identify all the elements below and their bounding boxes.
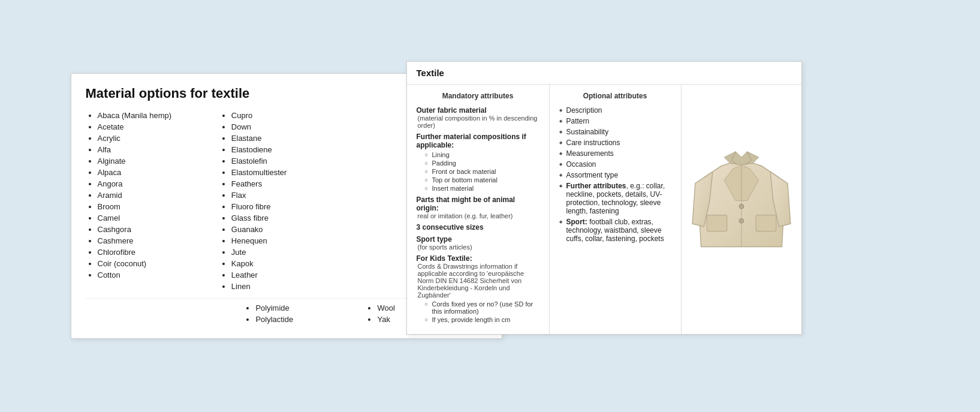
list-item: Alfa: [98, 145, 213, 154]
optional-item: Sustainability: [559, 128, 671, 136]
list-item: Elastodiene: [231, 145, 347, 154]
list-item: Cotton: [98, 270, 213, 279]
list-item: Abaca (Manila hemp): [98, 111, 213, 120]
mandatory-item: Parts that might be of animal origin:rea…: [417, 196, 539, 219]
list-item: Polylactide: [255, 315, 365, 324]
mandatory-item: 3 consecutive sizes: [417, 223, 539, 231]
list-item: Cashmere: [98, 236, 213, 245]
list-item: Cords fixed yes or no? (use SD for this …: [425, 300, 539, 315]
list-item: Linen: [231, 282, 347, 291]
jacket-illustration: [690, 131, 792, 287]
list-item: Padding: [425, 160, 539, 167]
mandatory-item: For Kids Textile:Cords & Drawstrings inf…: [417, 254, 539, 323]
list-item: Fluoro fibre: [231, 202, 347, 211]
mandatory-item-title: Further material compositions if applica…: [417, 133, 526, 149]
list-item: Elastane: [231, 134, 347, 143]
list-item: Insert material: [425, 185, 539, 192]
optional-item-bold: Further attributes: [566, 182, 626, 190]
material-list-1: Abaca (Manila hemp)AcetateAcrylicAlfaAlg…: [86, 111, 213, 279]
list-item: Elastolefin: [231, 157, 347, 166]
list-item: Elastomultiester: [231, 168, 347, 177]
mandatory-sub-list2: Cords fixed yes or no? (use SD for this …: [417, 300, 539, 323]
list-item: Kapok: [231, 259, 347, 268]
list-item: Alpaca: [98, 168, 213, 177]
list-item: Broom: [98, 202, 213, 211]
optional-section: Optional attributes DescriptionPatternSu…: [550, 85, 682, 334]
material-col-2: CuproDownElastaneElastodieneElastolefinE…: [219, 111, 353, 293]
mandatory-item-title: 3 consecutive sizes: [417, 223, 484, 231]
mandatory-item: Further material compositions if applica…: [417, 133, 539, 192]
list-item: Feathers: [231, 179, 347, 188]
list-item: Flax: [231, 191, 347, 200]
optional-list: DescriptionPatternSustainabilityCare ins…: [559, 106, 671, 243]
mandatory-section: Mandatory attributes Outer fabric materi…: [407, 85, 550, 334]
material-bottom-list1: PolyimidePolylactide: [243, 303, 365, 324]
optional-item: Further attributes, e.g.: collar, neckli…: [559, 182, 671, 215]
list-item: Alginate: [98, 157, 213, 166]
svg-rect-2: [756, 215, 776, 231]
mandatory-sub-list: LiningPaddingFront or back materialTop o…: [417, 151, 539, 192]
mandatory-header: Mandatory attributes: [417, 92, 539, 100]
mandatory-list: Outer fabric material(material compositi…: [417, 106, 539, 323]
optional-item-bold: Sport:: [566, 218, 587, 226]
optional-item: Description: [559, 106, 671, 115]
list-item: Top or bottom material: [425, 176, 539, 184]
list-item: Chlorofibre: [98, 248, 213, 257]
list-item: Guanako: [231, 225, 347, 234]
list-item: Coir (coconut): [98, 259, 213, 268]
list-item: Front or back material: [425, 168, 539, 175]
list-item: Down: [231, 122, 347, 131]
list-item: Camel: [98, 213, 213, 222]
list-item: Angora: [98, 179, 213, 188]
material-list-2: CuproDownElastaneElastodieneElastolefinE…: [219, 111, 347, 291]
list-item: Cashgora: [98, 225, 213, 234]
mandatory-item-title: For Kids Textile:: [417, 254, 472, 263]
optional-item: Care instructions: [559, 139, 671, 147]
material-col-1: Abaca (Manila hemp)AcetateAcrylicAlfaAlg…: [86, 111, 219, 293]
svg-point-3: [739, 204, 744, 209]
optional-item: Occasion: [559, 160, 671, 169]
page-container: Material options for textile Abaca (Mani…: [71, 73, 910, 339]
list-item: Lining: [425, 151, 539, 158]
material-bottom-col1: PolyimidePolylactide: [243, 303, 365, 326]
textile-body: Mandatory attributes Outer fabric materi…: [407, 85, 801, 334]
mandatory-item-sub: real or imitation (e.g. fur, leather): [418, 212, 539, 219]
mandatory-item-title: Parts that might be of animal origin:: [417, 196, 515, 212]
list-item: Glass fibre: [231, 213, 347, 222]
mandatory-item-sub: Cords & Drawstrings information if appli…: [418, 263, 539, 299]
mandatory-item-sub: (material composition in % in descending…: [418, 115, 539, 129]
optional-item: Pattern: [559, 117, 671, 125]
textile-card: Textile Mandatory attributes Outer fabri…: [406, 61, 802, 335]
optional-header: Optional attributes: [559, 92, 671, 100]
jacket-image-section: [682, 85, 801, 334]
svg-rect-1: [707, 215, 727, 231]
mandatory-item: Sport type(for sports articles): [417, 235, 539, 251]
mandatory-item: Outer fabric material(material compositi…: [417, 106, 539, 129]
list-item: If yes, provide length in cm: [425, 316, 539, 323]
list-item: Henequen: [231, 236, 347, 245]
list-item: Acrylic: [98, 134, 213, 143]
optional-item: Measurements: [559, 149, 671, 158]
list-item: Acetate: [98, 122, 213, 131]
mandatory-item-title: Sport type: [417, 235, 452, 243]
list-item: Cupro: [231, 111, 347, 120]
mandatory-item-title: Outer fabric material: [417, 106, 487, 115]
mandatory-item-sub: (for sports articles): [418, 243, 539, 251]
svg-point-4: [739, 218, 744, 223]
list-item: Jute: [231, 248, 347, 257]
list-item: Polyimide: [255, 303, 365, 312]
optional-item: Sport: football club, extras, technology…: [559, 218, 671, 243]
optional-item: Assortment type: [559, 171, 671, 179]
list-item: Aramid: [98, 191, 213, 200]
textile-title: Textile: [407, 62, 801, 85]
list-item: Leather: [231, 270, 347, 279]
material-bottom-spacer: [86, 303, 244, 326]
